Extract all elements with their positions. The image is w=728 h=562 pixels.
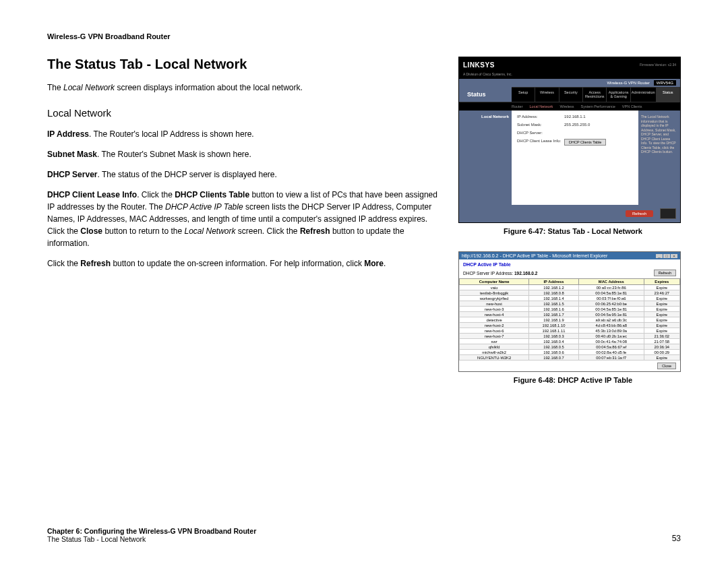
table-cell: 192.168.1.10 bbox=[529, 323, 579, 328]
table-cell: vaio bbox=[460, 285, 529, 290]
table-cell: new-host-7 bbox=[460, 334, 529, 339]
table-cell: 21:07:58 bbox=[644, 339, 679, 344]
table-header: Computer Name bbox=[460, 279, 529, 285]
page-title: The Status Tab - Local Network bbox=[47, 57, 438, 72]
page-footer: Chapter 6: Configuring the Wireless-G VP… bbox=[47, 527, 681, 543]
table-cell: 192.168.1.11 bbox=[529, 328, 579, 334]
panel-body: IP Address:192.168.1.1 Subnet Mask:255.2… bbox=[512, 111, 638, 205]
dhcp-refresh-button[interactable]: Refresh bbox=[654, 270, 676, 276]
table-header: MAC Address bbox=[578, 279, 644, 285]
table-row: workexgrykjzfied192.168.1.400:03:7f:be:f… bbox=[460, 296, 680, 301]
table-cell: new-host bbox=[460, 301, 529, 307]
table-row: new-host-4192.168.1.700:04:5a:95:1e:81Ex… bbox=[460, 312, 680, 317]
table-cell: Expire bbox=[644, 323, 679, 328]
table-cell: 00:00:29 bbox=[644, 350, 679, 355]
table-row: vaio192.168.1.200:a0:cc:23:fc:86Expire bbox=[460, 285, 680, 290]
dhcp-close-button[interactable]: Close bbox=[657, 363, 676, 369]
text: . bbox=[384, 259, 386, 268]
table-cell: 00:03:7f:be:f0:a6 bbox=[578, 296, 644, 301]
table-cell: 192.168.1.5 bbox=[529, 301, 579, 307]
minimize-icon[interactable]: _ bbox=[656, 254, 663, 258]
label-bold: Subnet Mask bbox=[47, 150, 97, 159]
dhcp-clients-table-button[interactable]: DHCP Clients Table bbox=[564, 139, 606, 146]
text: . The Router's local IP Address is shown… bbox=[89, 129, 254, 139]
table-cell: 20:36:34 bbox=[644, 344, 679, 350]
sub-tab[interactable]: Router bbox=[512, 104, 523, 108]
table-cell: 00:40:d0:2b:1a:ec bbox=[578, 334, 644, 339]
refresh-button[interactable]: Refresh bbox=[626, 210, 653, 217]
maximize-icon[interactable]: □ bbox=[663, 254, 670, 258]
label-bold: IP Address bbox=[47, 129, 89, 139]
dhcp-table: Computer NameIP AddressMAC AddressExpire… bbox=[459, 278, 680, 361]
model-label: Wireless-G VPN Router bbox=[607, 81, 649, 85]
dhcp-server-para: DHCP Server. The status of the DHCP serv… bbox=[47, 168, 438, 181]
table-row: detective192.168.1.9a9:ab:a2:a6:db:3cExp… bbox=[460, 317, 680, 323]
table-cell: 00:a0:cc:23:fc:86 bbox=[578, 285, 644, 290]
table-header: IP Address bbox=[529, 279, 579, 285]
intro-paragraph: The Local Network screen displays inform… bbox=[47, 82, 438, 94]
main-tab[interactable]: Status bbox=[657, 88, 680, 102]
table-cell: new-host-2 bbox=[460, 323, 529, 328]
table-cell: new-host-3 bbox=[460, 307, 529, 312]
text: The bbox=[47, 83, 63, 92]
close-icon[interactable]: × bbox=[671, 254, 677, 258]
table-cell: 192.168.0.5 bbox=[529, 344, 579, 350]
subnet-mask-para: Subnet Mask. The Router's Subnet Mask is… bbox=[47, 148, 438, 160]
table-cell: 45:3b:13:0d:89:0a bbox=[578, 328, 644, 334]
table-cell: Expire bbox=[644, 355, 679, 361]
table-cell: Expire bbox=[644, 296, 679, 301]
table-cell: a9:ab:a2:a6:db:3c bbox=[578, 317, 644, 323]
dhcp-table-heading: DHCP Active IP Table bbox=[459, 259, 680, 270]
table-cell: 21:36:02 bbox=[644, 334, 679, 339]
table-cell: Expire bbox=[644, 285, 679, 290]
table-cell: Expire bbox=[644, 317, 679, 323]
label-bold: Refresh bbox=[300, 226, 330, 236]
ie-titlebar: http://192.168.0.2 - DHCP Active IP Tabl… bbox=[459, 252, 680, 259]
table-cell: NGUYENTU-W2K2 bbox=[460, 355, 529, 361]
table-cell: testlab-8mbqgjik bbox=[460, 290, 529, 296]
footer-section: The Status Tab - Local Network bbox=[47, 535, 256, 543]
figure-dhcp-table: http://192.168.0.2 - DHCP Active IP Tabl… bbox=[458, 251, 681, 372]
status-title-cell: Status bbox=[459, 87, 512, 102]
table-row: qfslkfd192.168.0.500:04:5a:86:67:ef20:36… bbox=[460, 344, 680, 350]
table-row: new-host-2192.168.1.104d:c8:43:bb:86:a8E… bbox=[460, 323, 680, 328]
text: . Click the bbox=[137, 190, 175, 199]
table-row: swr192.168.0.400:0c:41:4a:74:0821:07:58 bbox=[460, 339, 680, 344]
firmware-version: Firmware Version: v2.34 bbox=[640, 63, 676, 67]
text: screen. Click the bbox=[236, 226, 300, 236]
main-tab[interactable]: Security bbox=[559, 88, 583, 102]
main-tab[interactable]: Setup bbox=[512, 88, 535, 102]
sub-tabs: RouterLocal NetworkWirelessSystem Perfor… bbox=[459, 102, 680, 111]
label-bold: Refresh bbox=[80, 259, 111, 268]
row-label: Subnet Mask: bbox=[517, 123, 564, 127]
table-cell: swr bbox=[460, 339, 529, 344]
figures-column: LINKSYS Firmware Version: v2.34 A Divisi… bbox=[458, 57, 688, 400]
figure-caption-47: Figure 6-47: Status Tab - Local Network bbox=[458, 227, 688, 235]
row-label: IP Address: bbox=[517, 115, 564, 119]
window-controls: _□× bbox=[655, 253, 677, 258]
main-tab[interactable]: Access Restrictions bbox=[583, 88, 607, 102]
main-tab[interactable]: Wireless bbox=[535, 88, 559, 102]
sub-tab[interactable]: Local Network bbox=[530, 104, 553, 108]
row-label: DHCP Client Lease Info: bbox=[517, 139, 564, 146]
row-label: DHCP Server: bbox=[517, 131, 564, 135]
sub-tab[interactable]: VPN Clients bbox=[622, 104, 642, 108]
main-tab[interactable]: Administration bbox=[631, 88, 657, 102]
table-cell: 192.168.1.7 bbox=[529, 312, 579, 317]
help-sidebar: The Local Network information that is di… bbox=[638, 111, 680, 205]
text: Click the bbox=[47, 259, 80, 268]
table-cell: 192.168.0.3 bbox=[529, 334, 579, 339]
table-row: new-host-6192.168.1.1145:3b:13:0d:89:0aE… bbox=[460, 328, 680, 334]
sub-tab[interactable]: System Performance bbox=[580, 104, 615, 108]
sub-tab[interactable]: Wireless bbox=[559, 104, 574, 108]
label-bold: DHCP Server bbox=[47, 170, 97, 179]
label-bold: Close bbox=[80, 226, 102, 236]
table-cell: 00:04:5a:85:1e:81 bbox=[578, 307, 644, 312]
text: . The status of the DHCP server is displ… bbox=[97, 170, 276, 179]
table-row: NGUYENTU-W2K2192.168.0.700:07:eb:31:1a:f… bbox=[460, 355, 680, 361]
table-cell: 192.168.1.2 bbox=[529, 285, 579, 290]
main-tab[interactable]: Applications & Gaming bbox=[607, 88, 630, 102]
table-cell: 00:0c:41:4a:74:08 bbox=[578, 339, 644, 344]
table-cell: Expire bbox=[644, 312, 679, 317]
ip-address-para: IP Address. The Router's local IP Addres… bbox=[47, 128, 438, 140]
